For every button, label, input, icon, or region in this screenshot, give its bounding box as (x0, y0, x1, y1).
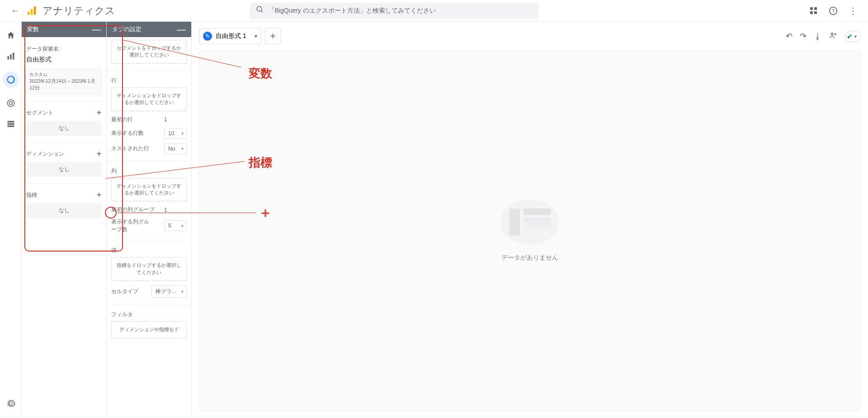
tab-settings-panel-header: タブの設定 — (107, 22, 191, 37)
add-segment-button[interactable]: + (96, 108, 102, 118)
tab-dropdown-icon[interactable]: ▾ (255, 33, 257, 39)
analytics-logo-icon (25, 5, 38, 17)
search-placeholder: 「BigQuery のエクスポート方法」と検索してみてください (269, 7, 436, 15)
segments-none: なし (26, 121, 102, 136)
exploration-canvas: データがありません (199, 51, 861, 411)
check-icon: ✔ (847, 32, 853, 41)
svg-rect-0 (28, 11, 30, 15)
date-range-selector[interactable]: カスタム 2022年12月14日～2023年1月12日 (26, 68, 102, 95)
svg-rect-1 (31, 9, 33, 15)
edit-icon: ✎ (203, 32, 212, 41)
active-tab[interactable]: ✎ 自由形式 1 ▾ (199, 28, 261, 44)
apps-icon[interactable] (808, 6, 818, 16)
rows-show-label: 表示する行数 (111, 129, 144, 137)
rows-section-label: 行 (111, 77, 187, 85)
dimensions-label: ディメンション (26, 150, 64, 158)
tab-bar: ✎ 自由形式 1 ▾ + ↶ ↷ ⭳ ✔ ▾ (192, 22, 868, 51)
first-col-group-input[interactable] (164, 207, 187, 213)
tab-name: 自由形式 1 (216, 32, 246, 40)
help-icon[interactable]: ? (828, 6, 838, 16)
left-nav-rail (0, 22, 22, 418)
segment-dropzone[interactable]: セグメントをドロップするか選択してください (111, 40, 187, 64)
filter-dropzone[interactable]: ディメンションや指標をド (111, 321, 187, 338)
svg-rect-2 (34, 6, 36, 15)
col-groups-label: 表示する列グループ数 (111, 218, 152, 233)
rows-dimension-dropzone[interactable]: ディメンションをドロップするか選択してください (111, 87, 187, 111)
nav-explore-icon[interactable] (3, 71, 19, 88)
nav-home-icon[interactable] (5, 30, 16, 41)
nav-admin-icon[interactable] (5, 398, 16, 409)
undo-icon[interactable]: ↶ (786, 31, 793, 41)
svg-rect-7 (7, 56, 9, 60)
svg-rect-8 (10, 54, 11, 60)
logo: アナリティクス (25, 4, 115, 18)
first-col-group-label: 最初の列グループ (111, 206, 155, 214)
svg-text:?: ? (832, 8, 835, 14)
minimize-icon[interactable]: — (177, 24, 186, 35)
share-icon[interactable] (829, 31, 837, 42)
values-metrics-dropzone[interactable]: 指標をドロップするか選択してください (111, 257, 187, 281)
values-section-label: 値 (111, 247, 187, 254)
svg-point-16 (831, 33, 834, 35)
redo-icon[interactable]: ↷ (800, 31, 807, 41)
svg-rect-9 (13, 53, 14, 60)
date-range-value: 2022年12月14日～2023年1月12日 (29, 78, 99, 91)
status-chip[interactable]: ✔ ▾ (844, 31, 861, 42)
segments-label: セグメント (26, 109, 53, 117)
exploration-name-label: データ探索名: (26, 45, 102, 53)
empty-state-text: データがありません (501, 254, 558, 262)
download-icon[interactable]: ⭳ (814, 32, 822, 41)
top-header: ← アナリティクス 「BigQuery のエクスポート方法」と検索してみてくださ… (0, 0, 868, 22)
nav-configure-icon[interactable] (5, 119, 16, 129)
nav-reports-icon[interactable] (5, 51, 16, 62)
svg-point-12 (9, 102, 12, 105)
nav-advertising-icon[interactable] (5, 98, 16, 109)
chevron-down-icon: ▾ (854, 34, 857, 39)
col-groups-select[interactable]: 5 (164, 220, 187, 231)
variables-panel-title: 変数 (27, 25, 39, 33)
first-row-label: 最初の行 (111, 116, 133, 124)
svg-line-4 (261, 10, 263, 12)
search-box[interactable]: 「BigQuery のエクスポート方法」と検索してみてください (250, 3, 539, 19)
date-range-label: カスタム (29, 71, 99, 78)
first-row-input[interactable] (164, 116, 187, 123)
cell-type-select[interactable]: 棒グラ... (151, 285, 187, 298)
variables-panel: 変数 — データ探索名: 自由形式 カスタム 2022年12月14日～2023年… (22, 22, 107, 418)
cell-type-label: セルタイプ (111, 288, 138, 295)
app-title: アナリティクス (42, 4, 115, 18)
header-right-icons: ? ⋮ (808, 6, 858, 16)
more-icon[interactable]: ⋮ (848, 6, 858, 16)
add-tab-button[interactable]: + (265, 28, 281, 44)
svg-rect-15 (7, 125, 14, 127)
tab-settings-panel-title: タブの設定 (112, 25, 142, 33)
cols-dimension-dropzone[interactable]: ディメンションをドロップするか選択してください (111, 178, 187, 202)
cols-section-label: 列 (111, 167, 187, 175)
add-dimension-button[interactable]: + (96, 149, 102, 159)
tab-settings-panel: タブの設定 — セグメントをドロップするか選択してください 行 ディメンションを… (107, 22, 192, 418)
empty-state-illustration (500, 200, 559, 245)
main-area: ✎ 自由形式 1 ▾ + ↶ ↷ ⭳ ✔ ▾ (192, 22, 868, 418)
back-button[interactable]: ← (5, 5, 25, 16)
minimize-icon[interactable]: — (92, 24, 101, 35)
toolbar-right: ↶ ↷ ⭳ ✔ ▾ (786, 31, 861, 42)
add-metric-button[interactable]: + (96, 190, 102, 200)
search-icon (256, 5, 264, 16)
nested-rows-label: ネストされた行 (111, 145, 149, 152)
filter-section-label: フィルタ (111, 311, 187, 318)
variables-panel-header: 変数 — (22, 22, 106, 37)
dimensions-none: なし (26, 162, 102, 177)
exploration-name-value[interactable]: 自由形式 (26, 56, 102, 64)
svg-rect-13 (7, 121, 14, 122)
nested-rows-select[interactable]: No (164, 143, 187, 154)
rows-show-select[interactable]: 10 (164, 128, 187, 139)
metrics-label: 指標 (26, 191, 37, 199)
svg-point-11 (7, 100, 14, 107)
metrics-none: なし (26, 203, 102, 218)
svg-point-3 (257, 6, 262, 11)
svg-rect-14 (7, 123, 14, 124)
